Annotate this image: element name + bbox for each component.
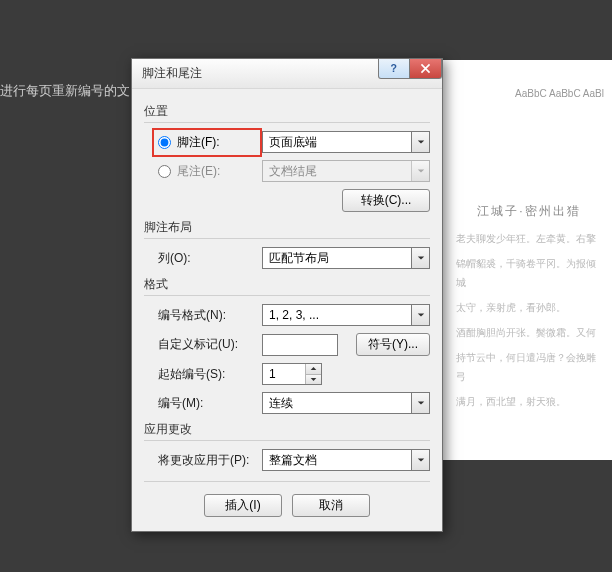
apply-to-value: 整篇文档 xyxy=(269,452,317,469)
spin-up[interactable] xyxy=(306,364,321,375)
section-apply: 应用更改 xyxy=(144,421,430,438)
style-ribbon: AaBbC AaBbC AaBl xyxy=(515,84,604,103)
svg-text:?: ? xyxy=(390,62,396,74)
divider xyxy=(144,238,430,239)
close-icon xyxy=(419,62,432,75)
dropdown-arrow[interactable] xyxy=(411,450,429,470)
doc-title: 江城子·密州出猎 xyxy=(456,200,602,223)
columns-value: 匹配节布局 xyxy=(269,250,329,267)
symbol-button[interactable]: 符号(Y)... xyxy=(356,333,430,356)
dropdown-arrow[interactable] xyxy=(411,248,429,268)
insert-button[interactable]: 插入(I) xyxy=(204,494,282,517)
footnote-endnote-dialog: 脚注和尾注 ? 位置 脚注(F): 页面底端 尾注( xyxy=(131,58,443,532)
numbering-label: 编号(M): xyxy=(158,395,262,412)
help-icon: ? xyxy=(388,62,401,75)
background-left-text: 进行每页重新编号的文 xyxy=(0,82,130,100)
background-document: AaBbC AaBbC AaBl 江城子·密州出猎 老夫聊发少年狂。左牵黄。右擎… xyxy=(442,60,612,460)
custom-mark-label: 自定义标记(U): xyxy=(158,336,262,353)
divider xyxy=(144,122,430,123)
doc-para: 持节云中，何日遣冯唐？会挽雕弓 xyxy=(456,348,602,386)
start-at-value: 1 xyxy=(269,367,276,381)
dialog-title: 脚注和尾注 xyxy=(142,65,202,82)
close-button[interactable] xyxy=(410,59,442,79)
section-layout: 脚注布局 xyxy=(144,219,430,236)
start-at-spinner[interactable]: 1 xyxy=(262,363,322,385)
divider xyxy=(144,295,430,296)
footnote-radio-group[interactable]: 脚注(F): xyxy=(152,128,262,157)
endnote-radio[interactable] xyxy=(158,165,171,178)
endnote-label: 尾注(E): xyxy=(177,163,220,180)
help-button[interactable]: ? xyxy=(378,59,410,79)
apply-to-combo[interactable]: 整篇文档 xyxy=(262,449,430,471)
dialog-titlebar[interactable]: 脚注和尾注 ? xyxy=(132,59,442,89)
endnote-position-combo: 文档结尾 xyxy=(262,160,430,182)
doc-para: 满月，西北望，射天狼。 xyxy=(456,392,602,411)
columns-label: 列(O): xyxy=(158,250,262,267)
footnote-position-combo[interactable]: 页面底端 xyxy=(262,131,430,153)
numbering-value: 连续 xyxy=(269,395,293,412)
doc-para: 锦帽貂裘，千骑卷平冈。为报倾城 xyxy=(456,254,602,292)
number-format-value: 1, 2, 3, ... xyxy=(269,308,319,322)
footnote-position-value: 页面底端 xyxy=(269,134,317,151)
apply-to-label: 将更改应用于(P): xyxy=(158,452,262,469)
doc-para: 酒酣胸胆尚开张。鬓微霜。又何 xyxy=(456,323,602,342)
custom-mark-input[interactable] xyxy=(262,334,338,356)
doc-para: 太守，亲射虎，看孙郎。 xyxy=(456,298,602,317)
number-format-combo[interactable]: 1, 2, 3, ... xyxy=(262,304,430,326)
dropdown-arrow[interactable] xyxy=(411,132,429,152)
dropdown-arrow[interactable] xyxy=(411,393,429,413)
spin-down[interactable] xyxy=(306,375,321,385)
endnote-radio-group[interactable]: 尾注(E): xyxy=(158,163,262,180)
number-format-label: 编号格式(N): xyxy=(158,307,262,324)
section-format: 格式 xyxy=(144,276,430,293)
cancel-button[interactable]: 取消 xyxy=(292,494,370,517)
divider xyxy=(144,481,430,482)
footnote-radio[interactable] xyxy=(158,136,171,149)
doc-para: 老夫聊发少年狂。左牵黄。右擎 xyxy=(456,229,602,248)
start-at-label: 起始编号(S): xyxy=(158,366,262,383)
columns-combo[interactable]: 匹配节布局 xyxy=(262,247,430,269)
divider xyxy=(144,440,430,441)
convert-button[interactable]: 转换(C)... xyxy=(342,189,430,212)
endnote-position-value: 文档结尾 xyxy=(269,163,317,180)
section-position: 位置 xyxy=(144,103,430,120)
footnote-label: 脚注(F): xyxy=(177,134,220,151)
numbering-combo[interactable]: 连续 xyxy=(262,392,430,414)
dropdown-arrow[interactable] xyxy=(411,305,429,325)
dropdown-arrow xyxy=(411,161,429,181)
window-buttons: ? xyxy=(378,59,442,79)
